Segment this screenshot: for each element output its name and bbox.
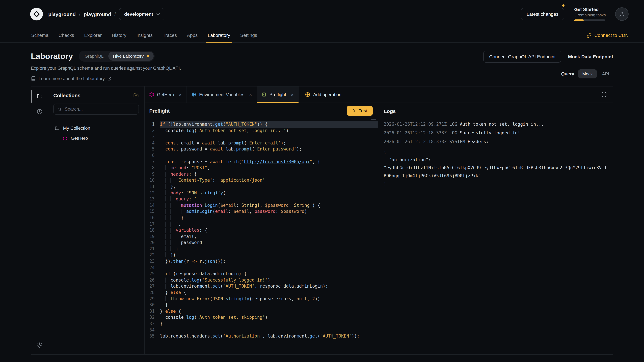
- tab-environment-variables[interactable]: Environment Variables×: [187, 86, 257, 103]
- latest-changes-button[interactable]: Latest changes: [521, 8, 564, 20]
- code-line[interactable]: 35lab.request.headers.set('Authorization…: [144, 333, 378, 339]
- code-line[interactable]: 13 query: `: [144, 196, 378, 202]
- collection-operation-gethero[interactable]: GetHero: [53, 133, 139, 143]
- mock-data-endpoint-button[interactable]: Mock Data Endpoint: [568, 54, 613, 59]
- close-tab-icon[interactable]: ×: [249, 92, 252, 97]
- breadcrumb-org[interactable]: playground: [48, 11, 76, 17]
- code-line[interactable]: 10 'Content-Type': 'application/json': [144, 177, 378, 184]
- line-number: 34: [144, 327, 160, 333]
- code-line[interactable]: 5 const password = await lab.prompt('Ent…: [144, 146, 378, 152]
- nav-tab-laboratory[interactable]: Laboratory: [202, 28, 235, 42]
- code-line[interactable]: 18 variables: {: [144, 227, 378, 233]
- preflight-icon: [262, 92, 266, 97]
- code-line[interactable]: 30 }: [144, 302, 378, 308]
- scrollbar-thumb[interactable]: [371, 119, 376, 120]
- connect-cdn-link[interactable]: Connect to CDN: [587, 28, 628, 42]
- code-line[interactable]: 33}: [144, 321, 378, 327]
- nav-tab-history[interactable]: History: [107, 28, 131, 42]
- code-line[interactable]: 29 throw new Error(JSON.stringify(respon…: [144, 296, 378, 302]
- nav-tab-explorer[interactable]: Explorer: [79, 28, 107, 42]
- mode-toggle-hive-laboratory[interactable]: Hive Laboratory: [108, 52, 154, 61]
- nav-tab-traces[interactable]: Traces: [158, 28, 182, 42]
- close-tab-icon[interactable]: ×: [179, 92, 182, 97]
- code-line[interactable]: 22 }): [144, 252, 378, 258]
- code-line[interactable]: 8 method: "POST",: [144, 165, 378, 171]
- nav-tab-insights[interactable]: Insights: [132, 28, 158, 42]
- code-line[interactable]: 4 const email = await lab.prompt('Enter …: [144, 140, 378, 146]
- code-line[interactable]: 31} else {: [144, 308, 378, 315]
- code-line[interactable]: 20 password: [144, 240, 378, 246]
- learn-more-link[interactable]: Learn more about the Laboratory: [31, 76, 181, 81]
- mode-toggle-graphiql[interactable]: GraphiQL: [80, 52, 108, 61]
- log-detail-line: "eyJhbGciOiJIUzI1NiIsInR5cCI6IkpXVCJ9.ey…: [384, 164, 608, 172]
- code-line[interactable]: 27 lab.environment.set("AUTH_TOKEN", res…: [144, 283, 378, 290]
- code-line[interactable]: 14 mutation Login($email: String!, $pass…: [144, 202, 378, 209]
- tab-gethero[interactable]: GetHero×: [144, 86, 187, 103]
- line-number: 19: [144, 233, 160, 240]
- connect-endpoint-button[interactable]: Connect GraphQL API Endpoint: [484, 51, 561, 63]
- line-number: 25: [144, 271, 160, 277]
- code-editor[interactable]: 1if (!lab.environment.get("AUTH_TOKEN"))…: [144, 119, 378, 354]
- settings-rail-button[interactable]: [35, 341, 44, 350]
- code-line[interactable]: 23 }).then(r => r.json());: [144, 258, 378, 265]
- user-avatar[interactable]: [615, 7, 628, 21]
- code-line[interactable]: 24: [144, 265, 378, 271]
- code-line[interactable]: 28 } else {: [144, 290, 378, 296]
- close-tab-icon[interactable]: ×: [291, 92, 294, 97]
- graphql-icon: [63, 136, 68, 141]
- code-line[interactable]: 17 `,: [144, 221, 378, 227]
- tabstrip-spacer: [348, 86, 602, 103]
- code-text: if (response.data.adminLogin) {: [160, 271, 378, 277]
- log-message: Successfully logged in!: [460, 130, 520, 135]
- code-line[interactable]: 19 email,: [144, 233, 378, 240]
- code-line[interactable]: 9 headers: {: [144, 171, 378, 177]
- line-number: 6: [144, 152, 160, 159]
- get-started-widget[interactable]: Get Started 3 remaining tasks: [574, 7, 606, 21]
- nav-tab-schema[interactable]: Schema: [26, 28, 54, 42]
- add-operation-button[interactable]: Add operation: [299, 86, 347, 103]
- collections-rail-button[interactable]: [35, 92, 44, 100]
- code-line[interactable]: 3: [144, 134, 378, 140]
- code-text: [160, 327, 378, 333]
- code-line[interactable]: 1if (!lab.environment.get("AUTH_TOKEN"))…: [144, 121, 378, 128]
- breadcrumb-project[interactable]: playground: [84, 11, 111, 17]
- code-line[interactable]: 16 }: [144, 215, 378, 221]
- person-icon: [619, 11, 625, 17]
- new-folder-button[interactable]: [133, 92, 139, 98]
- code-line[interactable]: 2 console.log('Auth token not set, loggi…: [144, 128, 378, 134]
- code-line[interactable]: 15 adminLogin(email: $email, password: $…: [144, 209, 378, 215]
- code-line[interactable]: 32 console.log('Auth token set, skipping…: [144, 315, 378, 321]
- code-line[interactable]: 34: [144, 327, 378, 333]
- hive-logo[interactable]: [30, 8, 43, 20]
- code-lines: 1if (!lab.environment.get("AUTH_TOKEN"))…: [144, 121, 378, 340]
- collection-folder-my-collection[interactable]: My Collection: [53, 123, 139, 133]
- test-button[interactable]: Test: [347, 106, 373, 116]
- nav-tab-apps[interactable]: Apps: [182, 28, 203, 42]
- query-source-option-api[interactable]: API: [598, 69, 613, 78]
- query-source-option-mock[interactable]: Mock: [578, 69, 597, 78]
- fullscreen-button[interactable]: [602, 92, 607, 97]
- code-line[interactable]: 12 body: JSON.stringify({: [144, 190, 378, 196]
- page-title: Laboratory: [31, 51, 73, 61]
- folder-icon: [55, 126, 60, 131]
- code-line[interactable]: 7 const response = await fetch("http://l…: [144, 159, 378, 165]
- tab-preflight[interactable]: Preflight×: [257, 86, 299, 103]
- line-number: 10: [144, 177, 160, 184]
- line-number: 18: [144, 227, 160, 233]
- code-line[interactable]: 6: [144, 152, 378, 159]
- chevron-down-icon: [157, 12, 160, 15]
- search-input[interactable]: [64, 107, 135, 112]
- target-select[interactable]: development: [119, 8, 164, 20]
- get-started-title: Get Started: [574, 7, 606, 12]
- code-line[interactable]: 25 if (response.data.adminLogin) {: [144, 271, 378, 277]
- line-number: 21: [144, 246, 160, 252]
- history-rail-button[interactable]: [35, 107, 44, 116]
- code-line[interactable]: 26 console.log('Successfully logged in!'…: [144, 277, 378, 283]
- line-number: 3: [144, 134, 160, 140]
- code-line[interactable]: 21 }: [144, 246, 378, 252]
- line-number: 28: [144, 290, 160, 296]
- nav-tab-checks[interactable]: Checks: [54, 28, 79, 42]
- nav-tab-settings[interactable]: Settings: [235, 28, 262, 42]
- log-entry: 2026-01-26T12:12:09.271Z LOG Auth token …: [384, 122, 608, 127]
- code-line[interactable]: 11 },: [144, 184, 378, 190]
